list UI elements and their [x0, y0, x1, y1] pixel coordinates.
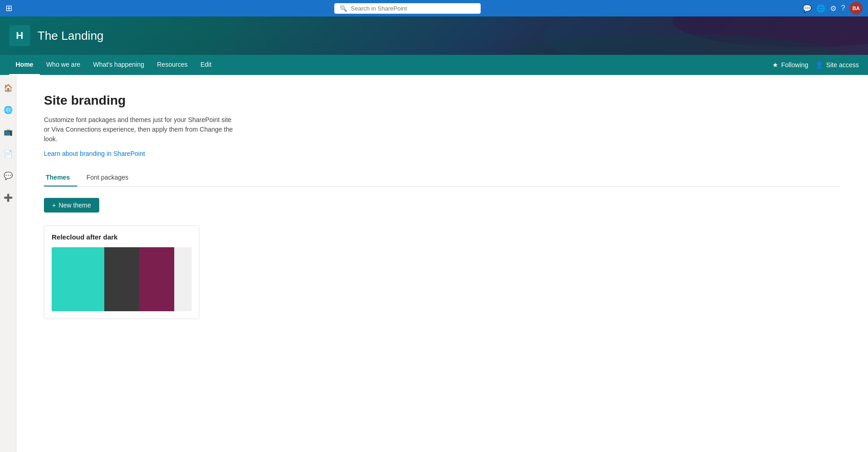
- sidebar-icon-globe[interactable]: 🌐: [1, 102, 16, 117]
- learn-link[interactable]: Learn about branding in SharePoint: [44, 150, 145, 157]
- theme-palette: [52, 247, 192, 311]
- page-title: Site branding: [44, 93, 841, 108]
- new-theme-label: New theme: [59, 202, 91, 209]
- nav-links: Home Who we are What's happening Resourc…: [9, 55, 218, 75]
- site-title: The Landing: [38, 29, 104, 43]
- sidebar-icon-add[interactable]: ➕: [1, 190, 16, 205]
- page-description: Customize font packages and themes just …: [44, 115, 236, 144]
- site-logo: H: [9, 25, 30, 46]
- avatar[interactable]: BA: [850, 2, 863, 15]
- theme-card-title: Relecloud after dark: [52, 233, 192, 241]
- waffle-icon[interactable]: ⊞: [5, 3, 12, 13]
- content-area: Site branding Customize font packages an…: [16, 75, 868, 452]
- site-access-label: Site access: [826, 61, 859, 69]
- site-access-button[interactable]: 👤 Site access: [815, 61, 859, 69]
- star-icon: ★: [772, 61, 778, 69]
- nav-right: ★ Following 👤 Site access: [772, 61, 859, 69]
- nav-link-home[interactable]: Home: [9, 55, 40, 75]
- theme-card-relecloud: Relecloud after dark: [44, 225, 199, 319]
- top-bar-center: 🔍: [12, 3, 803, 14]
- help-icon[interactable]: ?: [841, 4, 845, 12]
- nav-link-who-we-are[interactable]: Who we are: [40, 55, 87, 75]
- following-label: Following: [781, 61, 808, 69]
- nav-link-resources[interactable]: Resources: [150, 55, 194, 75]
- following-button[interactable]: ★ Following: [772, 61, 808, 69]
- sidebar-icon-chat[interactable]: 💬: [1, 168, 16, 183]
- tab-themes[interactable]: Themes: [44, 170, 77, 186]
- top-bar: ⊞ 🔍 💬 🌐 ⚙ ? BA: [0, 0, 868, 16]
- nav-link-whats-happening[interactable]: What's happening: [87, 55, 151, 75]
- network-icon[interactable]: 🌐: [816, 4, 825, 13]
- tabs-container: Themes Font packages: [44, 170, 841, 187]
- sidebar-icon-tv[interactable]: 📺: [1, 124, 16, 139]
- tab-font-packages[interactable]: Font packages: [85, 170, 136, 186]
- top-bar-right: 💬 🌐 ⚙ ? BA: [803, 2, 863, 15]
- new-theme-button[interactable]: + New theme: [44, 198, 99, 213]
- swatch-4: [174, 247, 192, 311]
- chat-icon[interactable]: 💬: [803, 4, 812, 13]
- main-layout: 🏠 🌐 📺 📄 💬 ➕ Site branding Customize font…: [0, 75, 868, 452]
- swatch-1: [52, 247, 104, 311]
- swatch-2: [104, 247, 139, 311]
- person-icon: 👤: [815, 61, 823, 69]
- settings-icon[interactable]: ⚙: [830, 4, 836, 13]
- swatch-3: [139, 247, 174, 311]
- sidebar-icon-home[interactable]: 🏠: [1, 80, 16, 95]
- sidebar-icon-document[interactable]: 📄: [1, 146, 16, 161]
- nav-bar: Home Who we are What's happening Resourc…: [0, 55, 868, 75]
- site-header: H The Landing: [0, 16, 868, 55]
- top-bar-left: ⊞: [5, 3, 12, 13]
- plus-icon: +: [52, 202, 56, 209]
- nav-link-edit[interactable]: Edit: [194, 55, 218, 75]
- search-icon: 🔍: [340, 5, 347, 12]
- search-box: 🔍: [334, 3, 481, 14]
- search-input[interactable]: [351, 5, 475, 12]
- left-sidebar: 🏠 🌐 📺 📄 💬 ➕: [0, 75, 16, 452]
